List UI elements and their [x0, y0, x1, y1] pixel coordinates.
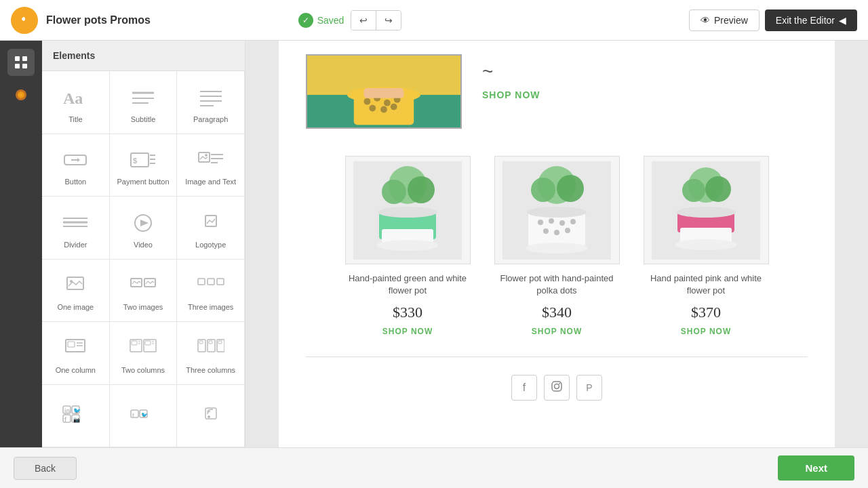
svg-point-106 — [527, 207, 587, 218]
rss-icon — [194, 401, 228, 428]
svg-point-117 — [555, 384, 559, 389]
svg-point-84 — [391, 104, 397, 110]
instagram-icon — [551, 380, 563, 395]
svg-rect-39 — [198, 279, 205, 285]
preview-label: Preview — [714, 15, 748, 26]
sidebar-item-brush[interactable] — [7, 81, 35, 108]
logotype-icon — [194, 209, 228, 237]
svg-point-107 — [526, 243, 588, 253]
element-social-2[interactable]: f 🐦 — [110, 385, 178, 448]
element-paragraph-label: Paragraph — [193, 115, 228, 123]
svg-point-103 — [543, 228, 549, 234]
social-2-icon: f 🐦 — [126, 401, 160, 428]
exit-arrow-icon: ◀ — [839, 15, 846, 26]
topbar-center: ✓ Saved ↩ ↪ — [298, 10, 402, 30]
pinterest-icon-box[interactable]: P — [576, 375, 602, 401]
svg-point-93 — [376, 240, 439, 251]
payment-button-icon: $ — [126, 146, 160, 174]
button-icon — [58, 146, 92, 174]
element-logotype[interactable]: Logotype — [177, 197, 245, 260]
canvas-divider — [306, 357, 808, 357]
shop-now-link-1[interactable]: SHOP NOW — [382, 327, 433, 336]
topbar-right: 👁 Preview Exit the Editor ◀ — [689, 9, 857, 31]
hero-section: ~ SHOP NOW — [279, 41, 835, 142]
svg-rect-4 — [22, 64, 27, 68]
undo-redo-group: ↩ ↪ — [351, 10, 401, 30]
element-paragraph[interactable]: Paragraph — [177, 71, 245, 134]
svg-rect-3 — [15, 64, 20, 68]
social-row: f P — [279, 364, 835, 414]
shop-now-link-3[interactable]: SHOP NOW — [681, 327, 731, 336]
element-three-columns[interactable]: Three columns — [177, 322, 245, 385]
element-payment-button[interactable]: $ Payment button — [110, 134, 178, 197]
three-columns-icon — [194, 335, 228, 362]
element-two-images[interactable]: Two images — [110, 260, 178, 323]
svg-point-82 — [369, 105, 376, 112]
element-two-columns[interactable]: Two columns — [110, 322, 178, 385]
preview-button[interactable]: 👁 Preview — [689, 9, 760, 31]
element-rss[interactable] — [177, 385, 245, 448]
element-one-image[interactable]: One image — [42, 260, 110, 323]
product-price-3: $370 — [691, 304, 721, 321]
svg-rect-40 — [208, 279, 214, 285]
icon-sidebar — [0, 41, 42, 447]
element-three-images[interactable]: Three images — [177, 260, 245, 323]
two-images-icon — [126, 272, 160, 299]
element-divider-label: Divider — [64, 241, 87, 249]
facebook-icon-box[interactable]: f — [511, 375, 537, 401]
svg-rect-41 — [217, 279, 224, 285]
svg-point-7 — [20, 94, 22, 96]
element-divider[interactable]: Divider — [42, 197, 110, 260]
svg-point-25 — [205, 154, 208, 157]
element-two-columns-label: Two columns — [121, 366, 165, 374]
saved-label: Saved — [317, 15, 344, 26]
svg-rect-1 — [15, 56, 20, 61]
svg-rect-51 — [145, 341, 151, 345]
next-button[interactable]: Next — [778, 455, 854, 481]
svg-marker-33 — [140, 220, 149, 226]
svg-point-36 — [70, 280, 73, 283]
svg-point-111 — [705, 176, 731, 202]
back-button[interactable]: Back — [14, 457, 77, 480]
sidebar-item-apps[interactable] — [7, 49, 35, 76]
svg-rect-43 — [68, 342, 75, 347]
element-subtitle[interactable]: Subtitle — [110, 71, 178, 134]
undo-button[interactable]: ↩ — [351, 11, 376, 30]
preview-icon: 👁 — [701, 15, 710, 26]
svg-rect-55 — [199, 341, 203, 344]
logo — [11, 7, 38, 34]
elements-header: Elements — [42, 41, 245, 71]
tilde-char: ~ — [482, 61, 808, 83]
svg-marker-18 — [77, 158, 80, 162]
element-title-label: Title — [68, 115, 82, 123]
products-section: Hand-painted green and white flower pot … — [279, 142, 835, 350]
element-logotype-label: Logotype — [195, 241, 226, 249]
svg-rect-47 — [132, 341, 137, 345]
redo-button[interactable]: ↪ — [376, 11, 401, 30]
instagram-icon-box[interactable] — [544, 375, 570, 401]
elements-grid: Aa Title Subtitle — [42, 71, 245, 447]
svg-point-114 — [676, 207, 736, 218]
svg-point-115 — [675, 239, 737, 250]
exit-editor-button[interactable]: Exit the Editor ◀ — [765, 9, 857, 31]
element-one-column[interactable]: One column — [42, 322, 110, 385]
shop-now-hero-link[interactable]: SHOP NOW — [482, 89, 808, 100]
bottom-nav: Back Next — [0, 447, 868, 488]
element-button[interactable]: Button — [42, 134, 110, 197]
element-social-1[interactable]: in 🐦 f 📷 — [42, 385, 110, 448]
shop-now-link-2[interactable]: SHOP NOW — [532, 327, 582, 336]
element-one-image-label: One image — [57, 303, 94, 311]
social-1-icon: in 🐦 f 📷 — [58, 401, 92, 428]
svg-point-78 — [364, 98, 371, 105]
svg-text:$: $ — [133, 157, 137, 165]
element-image-and-text-label: Image and Text — [185, 178, 236, 186]
element-image-and-text[interactable]: Image and Text — [177, 134, 245, 197]
element-payment-button-label: Payment button — [117, 178, 169, 186]
product-card-1: Hand-painted green and white flower pot … — [340, 156, 475, 336]
exit-label: Exit the Editor — [776, 15, 835, 26]
element-video[interactable]: Video — [110, 197, 178, 260]
svg-rect-2 — [22, 56, 27, 61]
element-title[interactable]: Aa Title — [42, 71, 110, 134]
video-icon — [126, 209, 160, 237]
saved-icon: ✓ — [298, 13, 313, 28]
